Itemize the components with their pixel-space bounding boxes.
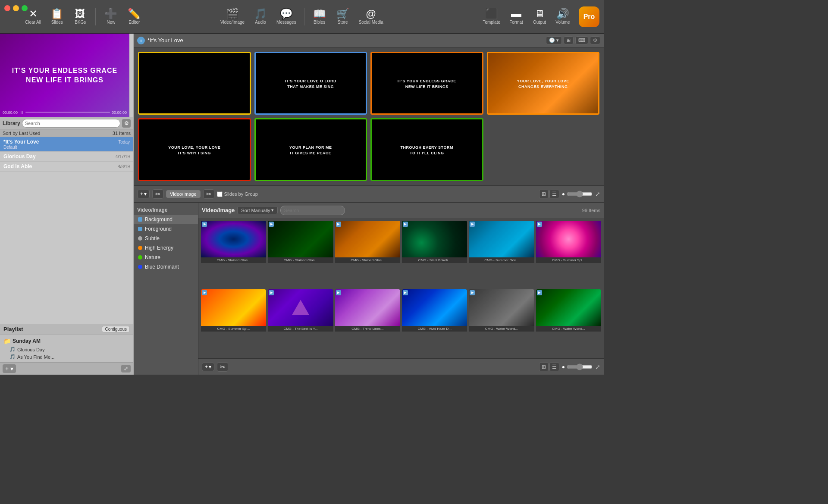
category-subtle[interactable]: Subtle bbox=[134, 234, 198, 243]
messages-button[interactable]: 💬 Messages bbox=[273, 7, 300, 26]
slides-grid: 1. [Blank] IT'S YOUR LOVE O LORDTHAT MAK… bbox=[134, 47, 604, 185]
slide-card-2[interactable]: IT'S YOUR LOVE O LORDTHAT MAKES ME SING … bbox=[254, 52, 367, 115]
format-button[interactable]: ▬ Format bbox=[505, 7, 527, 26]
sidebar-bottom: + ▾ ⤢ bbox=[0, 362, 133, 375]
media-thumb-water-wonder1[interactable]: ▶ CMG - Water Wond... bbox=[469, 289, 534, 356]
slides-by-group-checkbox[interactable] bbox=[217, 191, 223, 197]
media-expand-icon[interactable]: ⤢ bbox=[595, 363, 600, 370]
info-icon: i bbox=[137, 37, 145, 44]
library-search-input[interactable] bbox=[22, 119, 120, 128]
video-image-tab[interactable]: Video/Image bbox=[166, 190, 201, 198]
playlist-item-glorious-day[interactable]: 🎵 Glorious Day bbox=[0, 346, 133, 353]
audio-button[interactable]: 🎵 Audio bbox=[250, 7, 271, 26]
thumb-label: CMG - Stained Glas... bbox=[335, 257, 400, 263]
editor-button[interactable]: ✏️ Editor bbox=[123, 7, 145, 26]
scissors-button[interactable]: ✂ bbox=[152, 189, 163, 199]
sort-select[interactable]: Sort by Last Used bbox=[3, 131, 40, 136]
media-content: Video/Image Sort Manually ▾ 99 Items ▶ bbox=[198, 203, 604, 375]
category-high-energy[interactable]: High Energy bbox=[134, 243, 198, 253]
slide-card-5[interactable]: YOUR LOVE, YOUR LOVEIT'S WHY I SING 5. [… bbox=[138, 118, 251, 181]
bibles-button[interactable]: 📖 Bibles bbox=[309, 7, 330, 26]
library-item-glorious-day[interactable]: Glorious Day 4/17/19 bbox=[0, 152, 133, 162]
media-title: Video/Image bbox=[202, 207, 235, 213]
separator-2 bbox=[304, 8, 304, 25]
category-nature[interactable]: Nature bbox=[134, 253, 198, 262]
preview-play-button[interactable]: ⏸ bbox=[19, 110, 24, 115]
keyboard-button[interactable]: ⌨ bbox=[575, 36, 588, 44]
thumb-label: CMG - The Best Is Y... bbox=[268, 326, 333, 332]
close-button[interactable] bbox=[4, 5, 10, 11]
playlist-label: Playlist bbox=[3, 326, 23, 332]
clock-button[interactable]: 🕐 ▾ bbox=[546, 36, 562, 44]
library-settings-button[interactable]: ⚙ bbox=[122, 119, 131, 128]
library-item-god-is-able[interactable]: God Is Able 4/8/19 bbox=[0, 162, 133, 172]
list-view-button[interactable]: ☰ bbox=[549, 190, 559, 198]
category-background[interactable]: Background bbox=[134, 215, 198, 224]
media-thumb-stained3[interactable]: ▶ CMG - Stained Glas... bbox=[335, 221, 400, 288]
social-media-button[interactable]: @ Social Media bbox=[355, 7, 387, 26]
media-thumb-trend-lines[interactable]: ▶ CMG - Trend Lines... bbox=[335, 289, 400, 356]
volume-button[interactable]: 🔊 Volume bbox=[552, 7, 574, 26]
media-thumb-stained1[interactable]: ▶ CMG - Stained Glas... bbox=[201, 221, 266, 288]
thumb-type-icon: ▶ bbox=[537, 222, 542, 227]
slide-card-7[interactable]: THROUGH EVERY STORMTO IT I'LL CLING 7. bbox=[370, 118, 483, 181]
output-button[interactable]: 🖥 Output bbox=[529, 7, 550, 26]
media-thumb-summer-splash1[interactable]: ▶ CMG - Summer Spl... bbox=[536, 221, 601, 288]
media-thumb-steel-bokeh[interactable]: ▶ CMG - Steel Bokeh... bbox=[402, 221, 467, 288]
new-button[interactable]: ➕ New bbox=[100, 7, 122, 26]
media-thumb-summer-splash2[interactable]: ▶ CMG - Summer Spl... bbox=[201, 289, 266, 356]
scissors2-button[interactable]: ✂ bbox=[203, 189, 214, 199]
category-foreground[interactable]: Foreground bbox=[134, 224, 198, 234]
media-thumb-vivid-haze[interactable]: ▶ CMG - Vivid Haze D... bbox=[402, 289, 467, 356]
category-blue-dominant[interactable]: Blue Dominant bbox=[134, 262, 198, 272]
maximize-button[interactable] bbox=[22, 5, 28, 11]
playlist-group-name: Sunday AM bbox=[13, 338, 41, 344]
media-grid: ▶ CMG - Stained Glas... ▶ CMG - Stained … bbox=[198, 218, 604, 358]
preview-time-start: 00:00:00 bbox=[3, 110, 18, 115]
settings-button[interactable]: ⚙ bbox=[590, 36, 600, 44]
contiguous-button[interactable]: Contiguous bbox=[102, 326, 130, 332]
grid-layout-button[interactable]: ⊞ bbox=[564, 36, 574, 44]
media-search-input[interactable] bbox=[280, 206, 345, 215]
editor-icon: ✏️ bbox=[128, 9, 141, 19]
minimize-button[interactable] bbox=[13, 5, 19, 11]
media-grid-view-button[interactable]: ⊞ bbox=[539, 363, 549, 371]
add-slide-button[interactable]: + ▾ bbox=[137, 190, 150, 198]
media-size-slider[interactable] bbox=[567, 363, 593, 370]
media-thumb-water-wonder2[interactable]: ▶ CMG - Water Wond... bbox=[536, 289, 601, 356]
grid-view-button[interactable]: ⊞ bbox=[539, 190, 549, 198]
thumb-type-icon: ▶ bbox=[336, 290, 341, 295]
media-item-count: 99 Items bbox=[582, 208, 600, 213]
slide-card-1[interactable]: 1. [Blank] bbox=[138, 52, 251, 115]
media-slider-dot: ● bbox=[562, 364, 565, 370]
slide-title: *It's Your Love bbox=[147, 37, 543, 44]
playlist-item-name: Glorious Day bbox=[17, 347, 45, 352]
preview-progress-bar[interactable] bbox=[25, 112, 110, 113]
media-thumb-best-is-yet[interactable]: ▶ CMG - The Best Is Y... bbox=[268, 289, 333, 356]
library-item-date: 4/17/19 bbox=[116, 154, 130, 159]
bottom-toolbar: + ▾ ✂ Video/Image ✂ Slides by Group ⊞ ☰ … bbox=[134, 185, 604, 203]
sort-manually-button[interactable]: Sort Manually ▾ bbox=[237, 206, 277, 214]
add-media-button[interactable]: + ▾ bbox=[202, 363, 214, 371]
expand-icon[interactable]: ⤢ bbox=[595, 191, 600, 197]
header-controls: 🕐 ▾ ⊞ ⌨ ⚙ bbox=[546, 36, 600, 44]
media-scissors-button[interactable]: ✂ bbox=[217, 362, 228, 372]
template-button[interactable]: ⬛ Template bbox=[479, 7, 504, 26]
slide-card-4[interactable]: YOUR LOVE, YOUR LOVECHANGES EVERYTHING 4… bbox=[487, 52, 600, 115]
library-item-its-your-love[interactable]: *It's Your Love Today Default bbox=[0, 137, 133, 152]
media-thumb-stained2[interactable]: ▶ CMG - Stained Glas... bbox=[268, 221, 333, 288]
media-list-view-button[interactable]: ☰ bbox=[549, 363, 559, 371]
playlist-group-sunday-am[interactable]: 📁 Sunday AM bbox=[0, 336, 133, 346]
bkgs-button[interactable]: 🖼 BKGs bbox=[69, 7, 91, 26]
media-thumb-summer-ocean[interactable]: ▶ CMG - Summer Oce... bbox=[469, 221, 534, 288]
slide-card-3[interactable]: IT'S YOUR ENDLESS GRACENEW LIFE IT BRING… bbox=[370, 52, 483, 115]
size-slider[interactable] bbox=[567, 191, 593, 197]
slides-button[interactable]: 📋 Slides bbox=[46, 7, 68, 26]
slide-card-6[interactable]: YOUR PLAN FOR MEIT GIVES ME PEACE 6. [Ve… bbox=[254, 118, 367, 181]
folder-icon: 📁 bbox=[3, 338, 11, 344]
playlist-item-as-you-find-me[interactable]: 🎵 As You Find Me... bbox=[0, 353, 133, 360]
store-button[interactable]: 🛒 Store bbox=[332, 7, 354, 26]
sidebar-expand-button[interactable]: ⤢ bbox=[121, 365, 131, 373]
video-image-button[interactable]: 🎬 Video/Image bbox=[217, 7, 248, 26]
sidebar-add-button[interactable]: + ▾ bbox=[3, 364, 16, 373]
